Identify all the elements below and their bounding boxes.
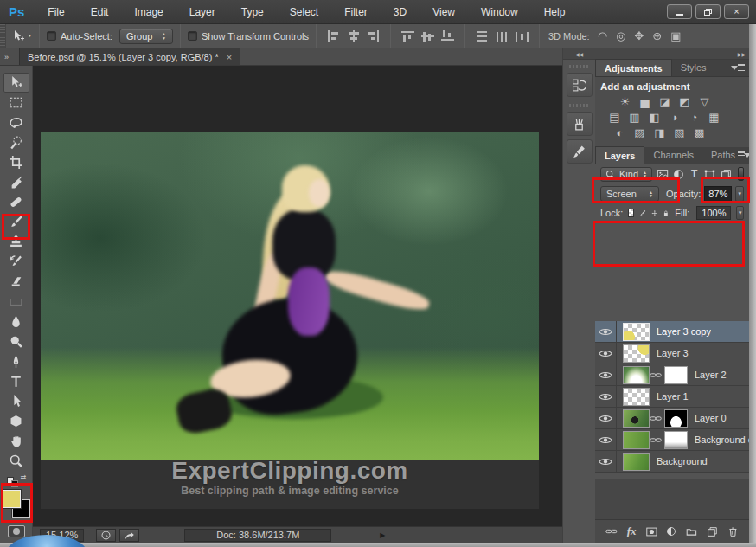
layer-mask-thumbnail[interactable]	[664, 366, 688, 384]
lock-image-pixels-icon[interactable]	[639, 208, 646, 219]
lock-transparent-pixels-icon[interactable]	[628, 209, 634, 217]
mask-link-icon[interactable]	[650, 436, 662, 444]
status-flyout-icon[interactable]: ▶	[380, 531, 385, 539]
tool-presets-panel-button[interactable]	[567, 139, 593, 164]
dock-gripper[interactable]	[569, 65, 590, 68]
filter-smart-objects-icon[interactable]	[721, 168, 732, 180]
tab-styles[interactable]: Styles	[672, 59, 715, 76]
delete-layer-icon[interactable]	[727, 525, 739, 538]
tab-layers[interactable]: Layers	[595, 146, 644, 164]
threshold-icon[interactable]: ◨	[652, 125, 667, 139]
visibility-toggle[interactable]	[595, 343, 617, 364]
quick-selection-tool[interactable]	[3, 132, 29, 152]
mask-link-icon[interactable]	[650, 415, 662, 422]
brightness-contrast-icon[interactable]: ☀	[618, 94, 632, 108]
filter-adjustment-layers-icon[interactable]	[673, 168, 684, 180]
blend-mode-dropdown[interactable]: Screen ▲▼	[600, 186, 659, 202]
lock-position-icon[interactable]	[651, 208, 658, 219]
menu-filter[interactable]: Filter	[331, 6, 381, 18]
menu-window[interactable]: Window	[468, 6, 531, 18]
3d-rotate-icon[interactable]: ◠	[598, 29, 607, 42]
invert-icon[interactable]: ◐	[612, 125, 627, 139]
layer-name[interactable]: Background c...	[695, 434, 749, 445]
photo-filter-icon[interactable]: ◑	[667, 110, 682, 124]
menu-file[interactable]: File	[35, 6, 77, 18]
layer-row-layer-1[interactable]: Layer 1	[595, 386, 749, 408]
rectangular-marquee-tool[interactable]	[3, 93, 29, 113]
link-layers-icon[interactable]	[605, 527, 618, 536]
default-colors-icon[interactable]: ⇄	[6, 474, 27, 487]
crop-tool[interactable]	[3, 152, 29, 172]
timing-icon[interactable]	[96, 529, 116, 542]
distribute-horizontal-icon[interactable]	[496, 30, 509, 42]
panel-menu-icon[interactable]	[731, 64, 745, 72]
posterize-icon[interactable]: ▨	[632, 125, 647, 139]
dodge-tool[interactable]	[3, 331, 29, 351]
gradient-tool[interactable]	[3, 292, 29, 312]
layer-thumbnail[interactable]	[623, 453, 650, 471]
lasso-tool[interactable]	[3, 113, 29, 132]
layer-name[interactable]: Layer 3 copy	[657, 326, 711, 337]
document-size-info[interactable]: Doc: 38.6M/213.7M	[184, 529, 331, 542]
filter-shape-layers-icon[interactable]	[704, 168, 715, 180]
hue-saturation-icon[interactable]: ▤	[607, 110, 622, 124]
auto-select-dropdown[interactable]: Group ▲▼	[119, 29, 173, 44]
layer-name[interactable]: Layer 1	[657, 391, 689, 402]
layer-row-layer-2[interactable]: Layer 2	[595, 364, 749, 386]
3d-slide-icon[interactable]: ⊕	[652, 29, 662, 42]
clone-stamp-tool[interactable]	[3, 232, 29, 252]
3d-scale-icon[interactable]: ▣	[670, 29, 681, 42]
layer-name[interactable]: Background	[657, 456, 708, 467]
layer-name[interactable]: Layer 2	[695, 370, 727, 380]
exposure-icon[interactable]: ◩	[677, 94, 692, 108]
fill-dropdown-icon[interactable]: ▼	[736, 206, 744, 220]
custom-shape-tool[interactable]	[3, 411, 29, 431]
distribute-spacing-icon[interactable]	[516, 30, 529, 42]
fill-value-field[interactable]: 100%	[696, 206, 731, 220]
minimize-button[interactable]	[667, 4, 692, 19]
selective-color-icon[interactable]: ▧	[672, 125, 687, 139]
history-panel-button[interactable]	[567, 73, 593, 97]
gradient-map-icon[interactable]: ▩	[692, 125, 707, 139]
layer-name[interactable]: Layer 0	[695, 413, 727, 423]
align-left-edges-icon[interactable]	[327, 30, 340, 42]
panel-menu-icon[interactable]	[744, 151, 745, 159]
color-lookup-icon[interactable]: ▦	[707, 110, 721, 124]
layer-thumbnail[interactable]	[623, 366, 650, 384]
black-white-icon[interactable]: ◧	[647, 110, 662, 124]
lock-all-icon[interactable]	[663, 208, 670, 219]
align-bottom-edges-icon[interactable]	[441, 30, 454, 42]
horizontal-type-tool[interactable]	[3, 371, 29, 391]
menu-select[interactable]: Select	[277, 6, 331, 18]
color-balance-icon[interactable]: ▥	[627, 110, 642, 124]
menu-edit[interactable]: Edit	[78, 6, 122, 18]
dock-gripper[interactable]	[569, 104, 590, 107]
layer-name[interactable]: Layer 3	[657, 348, 689, 358]
share-icon[interactable]	[119, 529, 139, 542]
document-tab[interactable]: Before.psd @ 15.1% (Layer 3 copy, RGB/8)…	[19, 48, 240, 65]
3d-roll-icon[interactable]: ◎	[616, 29, 625, 42]
quick-mask-mode-button[interactable]	[8, 525, 25, 537]
zoom-tool[interactable]	[3, 451, 29, 471]
align-horizontal-centers-icon[interactable]	[347, 30, 360, 42]
path-selection-tool[interactable]	[3, 391, 29, 411]
vibrance-icon[interactable]: ▽	[697, 94, 712, 108]
mask-link-icon[interactable]	[650, 371, 662, 379]
filter-type-dropdown[interactable]: Kind ▲▼	[600, 167, 652, 182]
dock-collapse-header[interactable]: ◀◀	[563, 48, 595, 60]
tab-close-icon[interactable]: ×	[227, 52, 232, 62]
layer-thumbnail[interactable]	[623, 388, 650, 406]
curves-icon[interactable]: ◪	[657, 94, 672, 108]
move-tool[interactable]	[3, 73, 29, 93]
menu-help[interactable]: Help	[531, 6, 579, 18]
filter-pixel-layers-icon[interactable]	[657, 168, 669, 180]
tool-preset-caret[interactable]: ▼	[28, 34, 32, 38]
canvas-area[interactable]: ExpertClipping.com Best clipping path & …	[33, 66, 562, 526]
layer-row-layer-0[interactable]: Layer 0	[595, 408, 749, 429]
visibility-toggle[interactable]	[595, 408, 617, 428]
channel-mixer-icon[interactable]: ◔	[687, 110, 702, 124]
visibility-toggle[interactable]	[595, 386, 617, 407]
eyedropper-tool[interactable]	[3, 172, 29, 192]
spot-healing-brush-tool[interactable]	[3, 192, 29, 212]
layer-row-layer-3-copy[interactable]: Layer 3 copy	[595, 321, 749, 343]
